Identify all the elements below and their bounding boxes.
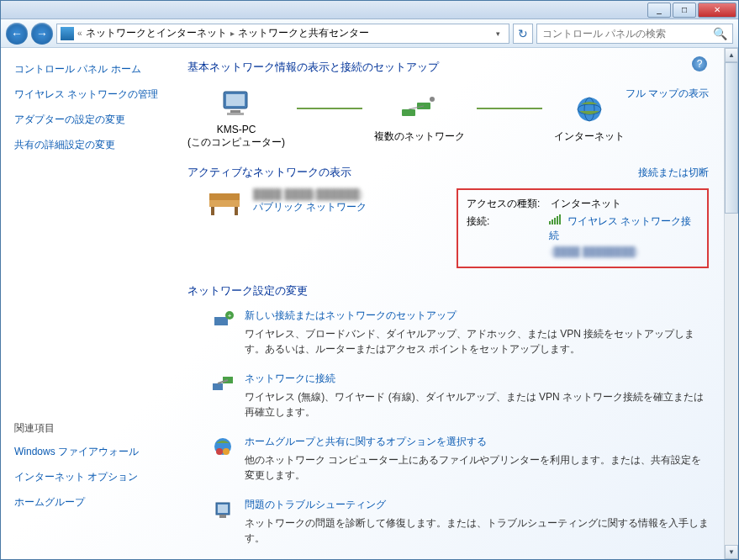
scroll-down-button[interactable]: ▼ (725, 545, 738, 559)
map-node-this-pc[interactable]: KMS-PC (このコンピューター) (187, 87, 285, 150)
node1-name: KMS-PC (187, 124, 285, 135)
full-map-link[interactable]: フル マップの表示 (626, 87, 709, 101)
svg-point-23 (216, 448, 223, 455)
scroll-up-button[interactable]: ▲ (725, 48, 738, 62)
help-icon[interactable]: ? (692, 56, 707, 71)
search-input[interactable] (542, 28, 713, 40)
signal-icon (549, 214, 561, 225)
svg-point-8 (578, 98, 601, 121)
wireless-connection-link[interactable]: ワイヤレス ネットワーク接続 (549, 215, 691, 241)
sidebar-firewall[interactable]: Windows ファイアウォール (14, 444, 171, 459)
connector-2 (477, 108, 542, 109)
back-button[interactable]: ← (6, 23, 28, 45)
setting-troubleshoot: 問題のトラブルシューティング ネットワークの問題を診断して修復します。または、ト… (211, 498, 709, 546)
svg-rect-27 (219, 515, 226, 518)
heading-active-networks: アクティブなネットワークの表示 接続または切断 (187, 165, 709, 180)
access-type-label: アクセスの種類: (467, 197, 551, 211)
breadcrumb-prefix: « (77, 29, 82, 38)
settings-list: + 新しい接続またはネットワークのセットアップ ワイヤレス、ブロードバンド、ダイ… (187, 309, 709, 546)
setting-link[interactable]: 問題のトラブルシューティング (245, 499, 386, 510)
scrollbar[interactable]: ▲ ▼ (724, 48, 738, 559)
new-connection-icon: + (211, 309, 235, 332)
main-content: ? 基本ネットワーク情報の表示と接続のセットアップ KMS-PC (このコンピュ… (179, 48, 724, 559)
svg-rect-3 (227, 113, 244, 115)
forward-button[interactable]: → (31, 23, 53, 45)
svg-point-24 (223, 448, 230, 455)
access-type-value: インターネット (551, 197, 621, 211)
scroll-thumb[interactable] (725, 62, 738, 214)
setting-homegroup: ホームグループと共有に関するオプションを選択する 他のネットワーク コンピュータ… (211, 435, 709, 483)
network-name-blurred: ████ ████(██████) (253, 188, 367, 200)
breadcrumb[interactable]: « ネットワークとインターネット ▸ ネットワークと共有センター ▾ (56, 24, 509, 44)
homegroup-icon (211, 435, 235, 458)
svg-rect-19 (213, 383, 223, 390)
setting-link[interactable]: ネットワークに接続 (245, 372, 335, 384)
bench-icon (204, 188, 245, 219)
svg-rect-2 (230, 110, 240, 113)
setting-desc: ワイヤレス (無線)、ワイヤード (有線)、ダイヤルアップ、または VPN ネッ… (245, 389, 709, 420)
svg-rect-15 (209, 193, 240, 197)
maximize-button[interactable]: □ (673, 3, 696, 18)
sidebar-wireless[interactable]: ワイヤレス ネットワークの管理 (14, 87, 171, 102)
setting-desc: ネットワークの問題を診断して修復します。または、トラブルシューティングに関する情… (245, 515, 709, 546)
setting-link[interactable]: ホームグループと共有に関するオプションを選択する (245, 436, 487, 447)
related-header: 関連項目 (14, 421, 171, 436)
breadcrumb-current[interactable]: ネットワークと共有センター (238, 26, 369, 40)
svg-rect-16 (214, 317, 228, 325)
connector-1 (297, 108, 362, 109)
sidebar-homegroup[interactable]: ホームグループ (14, 494, 171, 510)
svg-rect-14 (235, 207, 238, 215)
setting-link[interactable]: 新しい接続またはネットワークのセットアップ (245, 309, 457, 321)
connect-network-icon (211, 372, 235, 395)
map-node-internet[interactable]: インターネット (554, 92, 625, 144)
connection-info-box: アクセスの種類: インターネット 接続: ワイヤレス ネットワーク接続 (███… (457, 188, 709, 268)
svg-rect-4 (402, 109, 415, 116)
heading-network-settings: ネットワーク設定の変更 (187, 283, 709, 298)
body-area: コントロール パネル ホーム ワイヤレス ネットワークの管理 アダプターの設定の… (1, 48, 738, 559)
search-icon[interactable]: 🔍 (713, 27, 727, 40)
sidebar-home[interactable]: コントロール パネル ホーム (14, 61, 171, 77)
svg-rect-26 (218, 505, 228, 513)
breadcrumb-dropdown-icon[interactable]: ▾ (490, 29, 505, 38)
svg-point-7 (430, 97, 435, 102)
node1-sub: (このコンピューター) (187, 135, 285, 150)
active-network-block: ████ ████(██████) パブリック ネットワーク (204, 188, 367, 219)
close-button[interactable]: ✕ (698, 3, 736, 18)
node3-name: インターネット (554, 129, 625, 144)
svg-text:+: + (228, 312, 232, 320)
network-map: KMS-PC (このコンピューター) 複数のネットワーク (187, 87, 625, 150)
connection-label: 接続: (467, 214, 549, 243)
window: _ □ ✕ ← → « ネットワークとインターネット ▸ ネットワークと共有セン… (0, 0, 739, 560)
svg-rect-13 (211, 207, 214, 215)
breadcrumb-arrow: ▸ (230, 29, 235, 38)
internet-icon (568, 92, 610, 126)
heading-basic-info: 基本ネットワーク情報の表示と接続のセットアップ (187, 60, 709, 75)
navbar: ← → « ネットワークとインターネット ▸ ネットワークと共有センター ▾ ↻… (1, 19, 738, 48)
active-network-row: ████ ████(██████) パブリック ネットワーク アクセスの種類: … (187, 188, 709, 268)
sidebar: コントロール パネル ホーム ワイヤレス ネットワークの管理 アダプターの設定の… (1, 48, 179, 559)
setting-desc: 他のネットワーク コンピューター上にあるファイルやプリンターを利用します。または… (245, 452, 709, 483)
sidebar-adapter[interactable]: アダプターの設定の変更 (14, 112, 171, 127)
titlebar: _ □ ✕ (1, 1, 738, 19)
public-network-link[interactable]: パブリック ネットワーク (253, 201, 367, 213)
search-box[interactable]: 🔍 (536, 24, 733, 44)
refresh-button[interactable]: ↻ (513, 24, 533, 44)
scroll-track[interactable] (725, 214, 738, 545)
troubleshoot-icon (211, 498, 235, 521)
setting-connect-network: ネットワークに接続 ワイヤレス (無線)、ワイヤード (有線)、ダイヤルアップ、… (211, 372, 709, 420)
svg-rect-1 (226, 94, 245, 106)
sidebar-sharing[interactable]: 共有の詳細設定の変更 (14, 137, 171, 152)
svg-rect-12 (209, 200, 240, 207)
minimize-button[interactable]: _ (647, 3, 671, 18)
connect-disconnect-link[interactable]: 接続または切断 (638, 166, 709, 180)
breadcrumb-parent[interactable]: ネットワークとインターネット (86, 26, 227, 40)
setting-new-connection: + 新しい接続またはネットワークのセットアップ ワイヤレス、ブロードバンド、ダイ… (211, 309, 709, 357)
map-node-networks[interactable]: 複数のネットワーク (374, 92, 465, 144)
ssid-blurred: (████ ████████) (551, 246, 638, 256)
setting-desc: ワイヤレス、ブロードバンド、ダイヤルアップ、アドホック、または VPN 接続をセ… (245, 326, 709, 357)
control-panel-icon (61, 27, 74, 40)
svg-rect-11 (209, 197, 240, 200)
computer-icon (215, 87, 257, 120)
node2-name: 複数のネットワーク (374, 129, 465, 144)
sidebar-inetopt[interactable]: インターネット オプション (14, 469, 171, 484)
